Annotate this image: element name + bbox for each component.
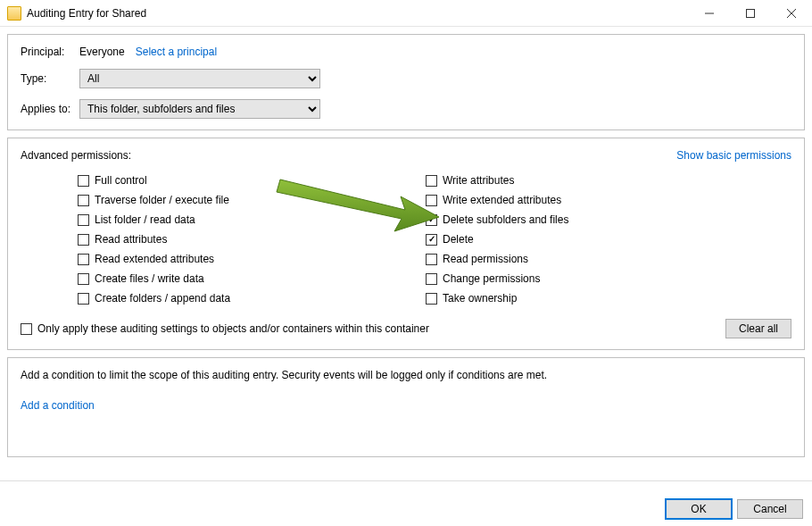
maximize-button[interactable] [730,0,771,27]
permission-row[interactable]: Write attributes [426,171,756,190]
footer-divider [0,480,812,481]
permission-row[interactable]: List folder / read data [78,210,408,230]
permissions-right-column: Write attributesWrite extended attribute… [426,171,756,308]
clear-all-button[interactable]: Clear all [725,319,791,338]
permission-row[interactable]: Full control [78,171,408,190]
permission-checkbox[interactable] [78,214,89,226]
applies-to-select[interactable]: This folder, subfolders and files [79,99,320,119]
permission-row[interactable]: Delete subfolders and files [426,210,756,230]
permission-label: Read permissions [443,253,528,265]
permission-label: Change permissions [443,272,540,285]
permission-checkbox[interactable] [426,254,437,265]
permission-checkbox[interactable] [78,273,89,285]
select-principal-link[interactable]: Select a principal [136,46,217,58]
permission-label: List folder / read data [95,213,195,226]
permissions-title: Advanced permissions: [21,149,131,162]
permission-row[interactable]: Traverse folder / execute file [78,190,408,210]
titlebar: Auditing Entry for Shared [0,0,812,27]
only-apply-checkbox[interactable] [21,323,32,335]
permissions-left-column: Full controlTraverse folder / execute fi… [78,171,408,308]
minimize-button[interactable] [689,0,730,27]
applies-to-label: Applies to: [21,103,79,115]
permission-row[interactable]: Create folders / append data [78,288,408,308]
window-title: Auditing Entry for Shared [27,7,146,20]
permission-checkbox[interactable] [78,234,89,246]
only-apply-label: Only apply these auditing settings to ob… [37,322,429,335]
permission-checkbox[interactable] [78,175,89,187]
permission-label: Create files / write data [95,272,204,285]
permission-row[interactable]: Delete [426,230,756,249]
permission-row[interactable]: Read extended attributes [78,249,408,269]
type-label: Type: [21,72,79,85]
permission-row[interactable]: Create files / write data [78,269,408,288]
cancel-button[interactable]: Cancel [737,499,803,519]
permission-label: Delete subfolders and files [443,213,568,226]
permission-checkbox[interactable] [426,293,437,305]
permission-label: Traverse folder / execute file [95,194,229,206]
permission-label: Delete [443,233,474,246]
permission-checkbox[interactable] [426,234,437,246]
permission-row[interactable]: Change permissions [426,269,756,288]
permission-label: Full control [95,174,147,187]
permission-checkbox[interactable] [78,254,89,265]
principal-type-panel: Principal: Everyone Select a principal T… [7,34,805,130]
permission-label: Write extended attributes [443,194,561,206]
permission-label: Read extended attributes [95,253,214,265]
permission-checkbox[interactable] [426,273,437,285]
principal-label: Principal: [21,46,79,58]
permission-checkbox[interactable] [78,293,89,305]
permission-row[interactable]: Read attributes [78,230,408,249]
permission-label: Write attributes [443,174,514,187]
permissions-panel: Advanced permissions: Show basic permiss… [7,138,805,350]
dialog-footer: OK Cancel [666,499,803,519]
principal-value: Everyone [79,46,125,58]
permission-row[interactable]: Read permissions [426,249,756,269]
close-button[interactable] [771,0,812,27]
permission-row[interactable]: Take ownership [426,288,756,308]
add-condition-link[interactable]: Add a condition [21,399,95,412]
ok-button[interactable]: OK [666,499,732,519]
permission-row[interactable]: Write extended attributes [426,190,756,210]
only-apply-row[interactable]: Only apply these auditing settings to ob… [21,319,429,338]
svg-rect-1 [747,9,755,17]
type-select[interactable]: All [79,69,320,88]
permission-checkbox[interactable] [426,195,437,206]
permission-label: Read attributes [95,233,167,246]
folder-icon [7,6,21,21]
condition-text: Add a condition to limit the scope of th… [21,369,791,381]
permission-checkbox[interactable] [426,175,437,187]
permission-checkbox[interactable] [78,195,89,206]
permission-label: Take ownership [443,292,517,305]
show-basic-permissions-link[interactable]: Show basic permissions [676,149,791,162]
permission-label: Create folders / append data [95,292,230,305]
permission-checkbox[interactable] [426,214,437,226]
condition-panel: Add a condition to limit the scope of th… [7,357,805,457]
